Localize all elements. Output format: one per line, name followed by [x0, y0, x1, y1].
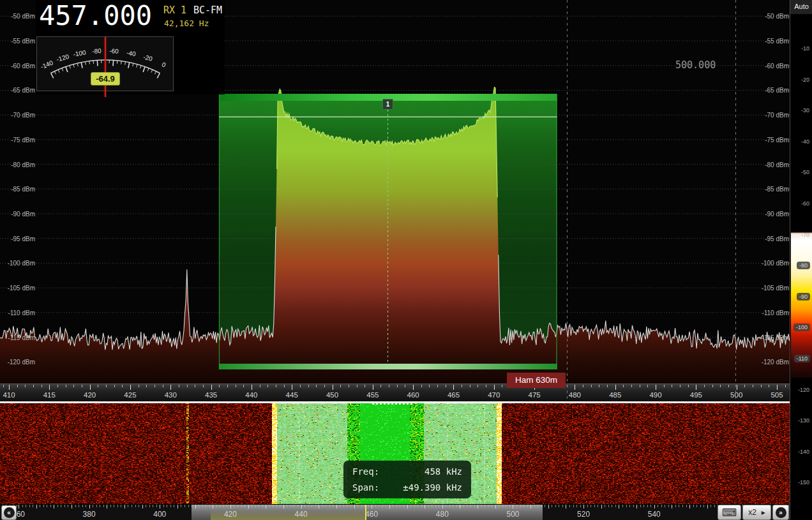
- db-axis-label: -75 dBm: [756, 136, 789, 143]
- svg-text:-140: -140: [40, 59, 54, 70]
- db-axis-label: -110 dBm: [8, 309, 35, 316]
- ruler-label: 495: [690, 391, 702, 399]
- db-axis-label: -105 dBm: [756, 285, 789, 292]
- ruler-label: 430: [165, 391, 177, 399]
- zoom-dropdown-arrow: ▸: [762, 508, 765, 517]
- colorbar-tick-label: -60: [801, 200, 809, 207]
- waterfall-tooltip: Freq: 458 kHz Span: ±49.390 kHz: [343, 461, 471, 498]
- colorbar-tick-label: -80: [797, 262, 810, 269]
- navigator-label: 500: [506, 510, 519, 519]
- colorbar-tick-label: -70: [801, 232, 809, 238]
- db-axis-label: -115 dBm: [756, 334, 789, 341]
- ruler-label: 440: [245, 391, 257, 399]
- scroll-left-icon: «: [4, 507, 15, 518]
- colorbar-tick-label: -10: [801, 45, 809, 52]
- rx-number-label: RX 1: [163, 4, 186, 16]
- ruler-label: 415: [43, 391, 56, 399]
- frequency-navigator[interactable]: 360380400420440460480500520540 « ⌨ x2 ▸ …: [0, 504, 790, 520]
- waterfall-colorbar: Auto -10-20-30-40-50-60-70-80-90-100-110…: [790, 0, 812, 520]
- ruler-label: 420: [84, 391, 96, 399]
- sub-rx-gridline-500khz: [735, 0, 736, 401]
- svg-text:0: 0: [161, 61, 167, 68]
- db-axis-label: -120 dBm: [8, 359, 35, 366]
- auto-range-button[interactable]: Auto: [790, 0, 812, 14]
- ruler-label: 435: [205, 391, 217, 399]
- navigator-label: 540: [648, 510, 661, 519]
- ruler-label: 460: [407, 391, 419, 399]
- db-axis-label: -105 dBm: [8, 285, 35, 292]
- waterfall-tuning-indicator: [372, 403, 413, 405]
- colorbar-tick-label: -130: [798, 417, 809, 424]
- ruler-label: 480: [569, 391, 581, 399]
- db-axis-label: -70 dBm: [756, 112, 789, 119]
- band-edge-gridline-479khz: [567, 0, 568, 401]
- db-axis-label: -90 dBm: [11, 210, 35, 217]
- db-axis-label: -100 dBm: [8, 260, 35, 267]
- db-axis-label: -120 dBm: [756, 359, 789, 366]
- ruler-label: 500: [730, 391, 742, 399]
- colorbar-tick-label: -30: [801, 107, 809, 114]
- ruler-label: 445: [286, 391, 298, 399]
- svg-text:-20: -20: [142, 54, 153, 63]
- scroll-right-button[interactable]: »: [772, 505, 789, 520]
- navigator-label: 520: [577, 510, 590, 519]
- receiver-header-panel: 457.000 RX 1 BC-FM 42,162 Hz -140-120-10…: [36, 0, 225, 94]
- colorbar-tick-label: -50: [801, 169, 809, 175]
- colorbar-tick-label: -140: [798, 449, 809, 455]
- navigator-label: 380: [83, 510, 96, 519]
- tuned-frequency-readout[interactable]: 457.000: [39, 0, 152, 31]
- db-axis-label: -60 dBm: [756, 62, 789, 69]
- mode-label[interactable]: BC-FM: [193, 4, 222, 16]
- tooltip-freq-value: 458 kHz: [425, 464, 462, 480]
- navigator-tuned-marker: [365, 505, 366, 520]
- db-axis-label: -80 dBm: [11, 161, 35, 168]
- colorbar-tick-label: -40: [801, 138, 809, 145]
- ruler-major-ticks: [0, 385, 790, 390]
- navigator-label: 420: [224, 510, 237, 519]
- db-axis-label: -85 dBm: [756, 186, 789, 193]
- sub-receiver-frequency[interactable]: 500.000: [675, 59, 716, 71]
- ruler-label: 450: [326, 391, 338, 399]
- s-meter-value: -64.9: [91, 72, 120, 85]
- filter-bottom-bar[interactable]: [219, 364, 557, 369]
- colorbar-tick-label: -120: [798, 387, 809, 393]
- db-axis-label: -95 dBm: [756, 235, 789, 242]
- db-axis-label: -55 dBm: [11, 38, 35, 45]
- colorbar-tick-label: -90: [797, 293, 810, 301]
- navigator-label: 480: [436, 510, 449, 519]
- navigator-label: 400: [153, 510, 166, 519]
- db-axis-label: -65 dBm: [756, 87, 789, 94]
- db-axis-label: -100 dBm: [756, 260, 789, 267]
- ruler-label: 485: [609, 391, 621, 399]
- keyboard-entry-button[interactable]: ⌨: [718, 505, 741, 520]
- zoom-x2-button[interactable]: x2 ▸: [742, 505, 771, 520]
- navigator-label: 440: [295, 510, 308, 519]
- ruler-label: 490: [649, 391, 661, 399]
- colorbar-tick-label: -110: [794, 355, 810, 362]
- keyboard-icon: ⌨: [722, 507, 737, 519]
- svg-text:-120: -120: [56, 53, 70, 63]
- svg-text:-100: -100: [73, 48, 87, 57]
- ruler-label: 470: [488, 391, 500, 399]
- frequency-ruler[interactable]: 4104154204254304354404454504554604654704…: [0, 383, 790, 401]
- db-axis-label: -55 dBm: [756, 38, 789, 45]
- db-axis-label: -85 dBm: [11, 186, 35, 193]
- sdr-console-window: -50 dBm-55 dBm-60 dBm-65 dBm-70 dBm-75 d…: [0, 0, 812, 520]
- db-axis-label: -70 dBm: [11, 112, 35, 119]
- tooltip-freq-label: Freq:: [352, 464, 379, 480]
- filter-bandwidth-label: 42,162 Hz: [164, 19, 209, 28]
- db-axis-label: -75 dBm: [11, 136, 35, 143]
- colorbar-tick-label: -20: [801, 77, 809, 83]
- marker-1-flag[interactable]: 1: [382, 99, 393, 110]
- db-axis-label: -60 dBm: [11, 62, 35, 69]
- ruler-label: 505: [771, 391, 783, 399]
- ruler-label: 455: [366, 391, 379, 399]
- navigator-major-ticks: [0, 505, 790, 509]
- svg-text:-40: -40: [126, 49, 136, 57]
- peak-hold-line: [219, 117, 557, 117]
- svg-text:-60: -60: [109, 47, 119, 55]
- scroll-right-icon: »: [776, 507, 786, 518]
- scroll-left-button[interactable]: «: [1, 505, 17, 520]
- db-axis-label: -115 dBm: [8, 334, 35, 341]
- colorbar-tick-label: -100: [793, 323, 810, 331]
